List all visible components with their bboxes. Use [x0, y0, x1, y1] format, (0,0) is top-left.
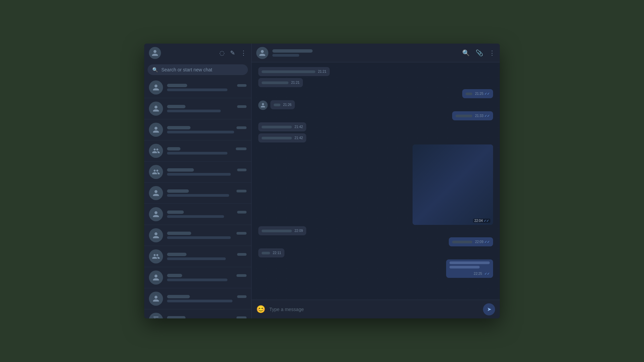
- message-row: 21:42: [258, 122, 493, 132]
- message-avatar: [258, 101, 268, 110]
- chat-name-bar: [167, 147, 180, 150]
- chat-list-item[interactable]: [144, 288, 251, 309]
- chat-list-item[interactable]: [144, 98, 251, 119]
- chat-name-bar: [167, 232, 191, 235]
- chat-msg-bar: [167, 152, 227, 155]
- chat-list-item[interactable]: [144, 162, 251, 183]
- sidebar: ◌ ✎ ⋮ 🔍: [144, 44, 252, 318]
- new-chat-icon[interactable]: ✎: [230, 49, 235, 57]
- chat-list-item[interactable]: [144, 77, 251, 98]
- chat-msg-bar: [167, 88, 227, 91]
- chat-menu-icon[interactable]: ⋮: [489, 49, 495, 57]
- status-icon[interactable]: ◌: [219, 49, 225, 57]
- message-row: 22:09 ✓✓: [258, 237, 493, 247]
- chat-time-bar: [237, 169, 247, 171]
- chat-name-bar: [167, 210, 184, 214]
- chat-info: [167, 253, 247, 260]
- chat-time-bar: [237, 295, 247, 298]
- message-input[interactable]: [269, 307, 479, 312]
- chat-contact-avatar[interactable]: [256, 47, 268, 59]
- message-text-bar: [466, 93, 472, 95]
- chat-msg-bar: [167, 257, 226, 260]
- chat-info: [167, 84, 247, 91]
- chat-time-bar: [236, 316, 247, 318]
- message-row: 22:25 ✓✓: [258, 259, 493, 279]
- message-time: 22:11: [273, 251, 281, 255]
- read-check: ✓✓: [484, 114, 490, 118]
- chat-msg-bar: [167, 279, 227, 281]
- chat-name-row: [167, 253, 247, 256]
- msg-text-bar: [449, 266, 480, 268]
- chat-name-bar: [167, 84, 187, 87]
- chat-avatar: [149, 165, 163, 179]
- message-text-bar: [452, 241, 472, 243]
- read-check: ✓✓: [484, 240, 490, 244]
- message-row: 21:42: [258, 133, 493, 143]
- chat-name-row: [167, 105, 247, 108]
- chat-time-bar: [236, 190, 247, 192]
- chat-avatar: [149, 80, 163, 95]
- chat-name-bar: [167, 295, 190, 298]
- message-time: 22:25 ✓✓: [449, 271, 490, 276]
- message-row: 21:21: [258, 78, 493, 88]
- read-check: ✓✓: [484, 272, 490, 276]
- chat-info: [167, 274, 247, 281]
- message-text-bar: [262, 81, 288, 84]
- chat-time-bar: [236, 232, 247, 235]
- chat-list-item[interactable]: [144, 246, 251, 267]
- chat-list-item[interactable]: [144, 267, 251, 288]
- chat-msg-bar: [167, 110, 221, 112]
- chat-avatar: [149, 144, 163, 158]
- search-icon: 🔍: [152, 67, 158, 72]
- search-chat-icon[interactable]: 🔍: [462, 49, 470, 57]
- message-row: ↪ 22:04 ✓✓: [258, 144, 493, 225]
- incoming-message: 21:26: [270, 100, 295, 109]
- message-text-bar: [274, 104, 280, 106]
- menu-icon[interactable]: ⋮: [240, 49, 247, 57]
- chat-info: [167, 168, 247, 176]
- chat-info: [167, 316, 247, 318]
- chat-name-row: [167, 84, 247, 87]
- message-text-bar: [262, 126, 292, 128]
- contact-name-bar: [272, 49, 313, 53]
- chat-info: [167, 147, 247, 155]
- incoming-message: 21:42: [258, 122, 306, 131]
- emoji-button[interactable]: 😊: [256, 305, 265, 314]
- message-time: 21:26: [283, 103, 291, 107]
- chat-avatar: [149, 292, 163, 306]
- sidebar-header: ◌ ✎ ⋮: [144, 44, 251, 62]
- chat-info: [167, 232, 247, 239]
- chat-name-bar: [167, 189, 189, 193]
- read-check: ✓✓: [484, 219, 489, 223]
- chat-msg-bar: [167, 194, 229, 197]
- chat-info: [167, 295, 247, 302]
- chat-avatar: [149, 249, 163, 263]
- chat-time-bar: [237, 105, 247, 108]
- chat-list-item[interactable]: [144, 140, 251, 162]
- chat-avatar: [149, 270, 163, 285]
- message-time: 21:21: [318, 70, 326, 73]
- send-button[interactable]: ➤: [483, 303, 495, 315]
- message-text-bar: [262, 230, 292, 232]
- chat-name-row: [167, 126, 247, 129]
- outgoing-message: 21:25 ✓✓: [462, 89, 493, 98]
- messages-area: 21:21 21:21 21:25 ✓✓: [252, 62, 500, 300]
- read-check: ✓✓: [484, 92, 490, 96]
- chat-time-bar: [236, 274, 247, 277]
- chat-list-item[interactable]: [144, 183, 251, 204]
- message-time: 21:42: [294, 125, 303, 129]
- chat-list-item[interactable]: [144, 225, 251, 246]
- chat-list-item[interactable]: [144, 204, 251, 225]
- message-row: 21:21: [258, 67, 493, 77]
- search-input[interactable]: [161, 67, 243, 72]
- message-row: 21:25 ✓✓: [258, 89, 493, 99]
- chat-name-row: [167, 168, 247, 172]
- my-avatar[interactable]: [149, 47, 161, 59]
- chat-list-item[interactable]: [144, 119, 251, 140]
- contact-status-bar: [272, 54, 299, 57]
- message-time: 22:09: [294, 229, 303, 233]
- chat-list-item[interactable]: [144, 309, 251, 318]
- attach-icon[interactable]: 📎: [476, 49, 483, 57]
- chat-msg-bar: [167, 173, 231, 176]
- chat-name-row: [167, 316, 247, 318]
